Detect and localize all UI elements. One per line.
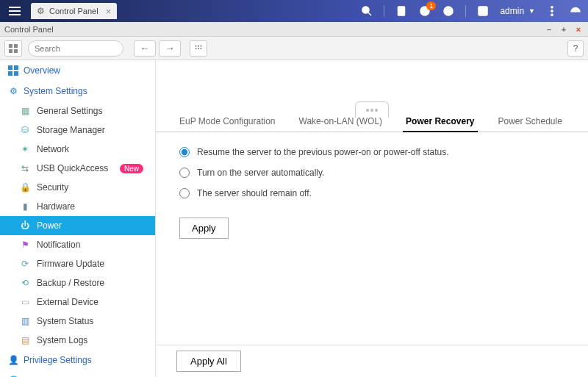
sidebar-item-label: Backup / Restore bbox=[37, 278, 104, 288]
update-icon: ⟳ bbox=[19, 258, 31, 270]
svg-point-12 bbox=[551, 10, 553, 12]
tab-label: Power Recovery bbox=[406, 116, 474, 126]
divider bbox=[384, 5, 384, 17]
sidebar-item-usb-quickaccess[interactable]: ⇆ USB QuickAccess New bbox=[0, 159, 155, 178]
sidebar-item-label: General Settings bbox=[37, 106, 102, 116]
notifications-icon[interactable]: 1 bbox=[418, 4, 431, 18]
sidebar-item-security[interactable]: 🔒 Security bbox=[0, 178, 155, 197]
top-bar: ⚙ Control Panel × 1 admin ▼ bbox=[0, 0, 588, 22]
gear-icon: ⚙ bbox=[37, 6, 45, 16]
sidebar-item-storage-manager[interactable]: ⛁ Storage Manager bbox=[0, 121, 155, 140]
footer: Apply All bbox=[156, 345, 588, 377]
close-icon[interactable]: × bbox=[106, 6, 112, 17]
forward-button[interactable]: → bbox=[159, 40, 181, 57]
sidebar-item-system-status[interactable]: ▥ System Status bbox=[0, 312, 155, 331]
sidebar-cat-system-settings[interactable]: ⚙ System Settings bbox=[0, 81, 155, 101]
info-icon[interactable] bbox=[442, 4, 455, 18]
sidebar-item-general-settings[interactable]: ▦ General Settings bbox=[0, 101, 155, 121]
sidebar-cat-overview[interactable]: Overview bbox=[0, 60, 155, 81]
svg-rect-28 bbox=[14, 65, 18, 70]
divider bbox=[465, 5, 466, 17]
radio-resume-previous[interactable] bbox=[179, 147, 190, 157]
minimize-button[interactable]: – bbox=[544, 25, 554, 34]
tab-label: Power Schedule bbox=[498, 116, 562, 126]
sidebar-item-label: Storage Manager bbox=[37, 125, 105, 135]
svg-point-23 bbox=[200, 45, 201, 46]
svg-rect-18 bbox=[14, 49, 18, 53]
sidebar-cat-label: Overview bbox=[24, 65, 60, 76]
main-panel: EuP Mode Configuration Wake-on-LAN (WOL)… bbox=[156, 60, 588, 377]
clipboard-icon[interactable] bbox=[395, 4, 408, 18]
tab-power-schedule[interactable]: Power Schedule bbox=[495, 112, 565, 132]
sidebar-item-notification[interactable]: ⚑ Notification bbox=[0, 235, 155, 254]
backup-icon: ⟲ bbox=[19, 277, 31, 289]
top-right-controls: 1 admin ▼ bbox=[360, 4, 582, 18]
svg-rect-16 bbox=[14, 44, 18, 48]
search-field[interactable] bbox=[35, 44, 136, 53]
svg-point-11 bbox=[551, 6, 553, 8]
sidebar-item-hardware[interactable]: ▮ Hardware bbox=[0, 197, 155, 216]
logs-icon: ▤ bbox=[19, 334, 31, 346]
option-remain-off[interactable]: The server should remain off. bbox=[179, 188, 564, 198]
tab-eup-mode[interactable]: EuP Mode Configuration bbox=[176, 112, 279, 132]
user-label: admin bbox=[500, 6, 524, 16]
status-icon: ▥ bbox=[19, 315, 31, 327]
sidebar-item-label: Notification bbox=[37, 240, 80, 250]
app-tab-control-panel[interactable]: ⚙ Control Panel × bbox=[31, 3, 117, 19]
tab-power-recovery[interactable]: Power Recovery bbox=[403, 112, 477, 132]
notification-badge: 1 bbox=[426, 1, 436, 10]
sidebar-item-label: Firmware Update bbox=[37, 259, 104, 269]
nav-buttons: ← → bbox=[134, 40, 181, 57]
window-title-bar: Control Panel – + × bbox=[0, 22, 588, 37]
sidebar-item-system-logs[interactable]: ▤ System Logs bbox=[0, 331, 155, 350]
radio-turn-on-auto[interactable] bbox=[179, 168, 190, 178]
apply-button[interactable]: Apply bbox=[179, 218, 229, 239]
search-icon[interactable] bbox=[360, 4, 373, 18]
help-button[interactable]: ? bbox=[567, 40, 584, 57]
svg-rect-17 bbox=[9, 49, 12, 53]
sidebar-cat-privilege-settings[interactable]: 👤 Privilege Settings bbox=[0, 350, 155, 370]
usb-icon: ⇆ bbox=[19, 162, 31, 174]
power-icon: ⏻ bbox=[19, 220, 31, 231]
sidebar-item-external-device[interactable]: ▭ External Device bbox=[0, 292, 155, 312]
svg-line-1 bbox=[369, 12, 372, 15]
more-icon[interactable] bbox=[545, 4, 559, 18]
device-icon: ▭ bbox=[19, 296, 31, 308]
sidebar-item-firmware-update[interactable]: ⟳ Firmware Update bbox=[0, 254, 155, 273]
svg-point-21 bbox=[195, 45, 196, 46]
svg-point-24 bbox=[195, 47, 196, 49]
apply-all-button[interactable]: Apply All bbox=[176, 351, 241, 372]
close-button[interactable]: × bbox=[573, 25, 584, 34]
sidebar-item-label: Network bbox=[37, 144, 69, 154]
tab-label: Wake-on-LAN (WOL) bbox=[299, 116, 383, 126]
search-input[interactable] bbox=[28, 40, 123, 57]
dashboard-icon[interactable] bbox=[569, 4, 582, 18]
new-badge: New bbox=[120, 164, 143, 173]
svg-point-8 bbox=[448, 8, 449, 9]
sidebar-cat-network-services[interactable]: 🌐 Network Services bbox=[0, 370, 155, 377]
menu-icon[interactable] bbox=[6, 2, 24, 20]
user-icon[interactable] bbox=[476, 4, 490, 18]
option-resume-previous[interactable]: Resume the server to the previous power-… bbox=[179, 147, 564, 157]
back-button[interactable]: ← bbox=[134, 40, 156, 57]
toolbar: ← → ? bbox=[0, 37, 588, 60]
options-group: Resume the server to the previous power-… bbox=[156, 132, 588, 213]
sidebar-item-network[interactable]: ✶ Network bbox=[0, 140, 155, 159]
option-turn-on-auto[interactable]: Turn on the server automatically. bbox=[179, 168, 564, 178]
sidebar-cat-label: Privilege Settings bbox=[24, 355, 92, 365]
view-mode-button[interactable] bbox=[4, 40, 22, 57]
sidebar-item-backup-restore[interactable]: ⟲ Backup / Restore bbox=[0, 273, 155, 292]
radio-remain-off[interactable] bbox=[179, 188, 190, 198]
sidebar-item-power[interactable]: ⏻ Power bbox=[0, 216, 155, 235]
window-title: Control Panel bbox=[4, 25, 54, 34]
apps-grid-button[interactable] bbox=[190, 40, 207, 57]
gear-icon: ⚙ bbox=[7, 85, 19, 97]
sidebar-item-label: Power bbox=[37, 220, 62, 231]
sidebar-item-label: Security bbox=[37, 182, 68, 193]
sidebar-item-label: System Status bbox=[37, 316, 93, 326]
maximize-button[interactable]: + bbox=[559, 25, 569, 34]
user-menu[interactable]: admin ▼ bbox=[500, 6, 535, 16]
sidebar-item-label: Hardware bbox=[37, 201, 75, 212]
tab-handle[interactable] bbox=[355, 101, 389, 118]
svg-point-26 bbox=[200, 47, 201, 49]
